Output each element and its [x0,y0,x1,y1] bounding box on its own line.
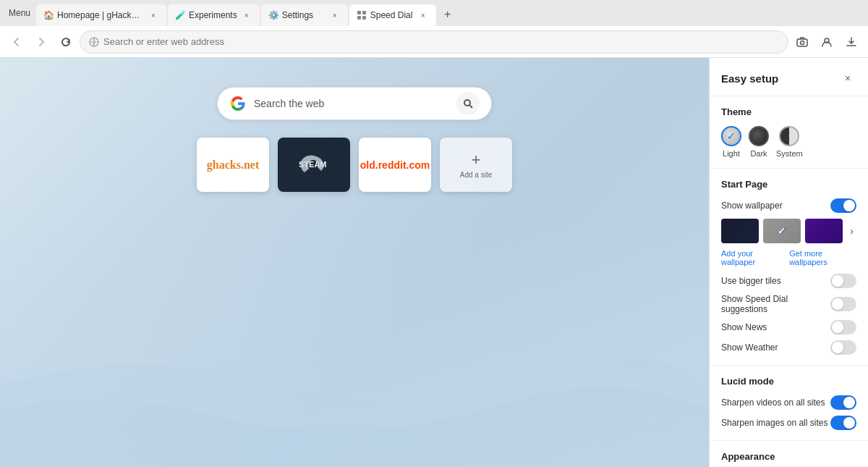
dial-tile-steam[interactable]: STEAM [278,138,350,192]
tab-experiments-title: Experiments [189,10,237,20]
dial-wrapper-steam: STEAM Welcome to Steam [278,138,350,192]
dial-tile-ghacks[interactable]: ghacks.net [197,138,269,192]
tab-experiments-favicon: 🧪 [175,10,185,20]
browser-viewport: Search the web ghacks.net Homepage | gHa… [0,58,709,467]
tab-speeddial[interactable]: Speed Dial × [349,4,436,26]
google-logo [229,95,247,112]
search-container[interactable]: Search the web [217,87,492,120]
show-weather-row: Show Weather [721,340,856,355]
tab-speeddial-title: Speed Dial [370,10,414,20]
tab-settings-close[interactable]: × [329,9,341,21]
tab-settings[interactable]: ⚙️ Settings × [261,4,348,26]
tab-speeddial-close[interactable]: × [417,9,429,21]
appearance-title: Appearance [721,451,856,462]
theme-options: ✓ Light Dark System [721,126,856,158]
svg-point-9 [801,41,804,44]
back-button[interactable] [6,31,27,53]
sharpen-images-row: Sharpen images on all sites [721,416,856,430]
tab-ghacks-title: Homepage | gHacks Tech... [57,10,144,20]
svg-line-12 [470,106,473,109]
svg-rect-5 [357,16,361,20]
reddit-tile-text: old.reddit.com [360,159,430,171]
show-news-label: Show News [721,322,830,332]
theme-section-title: Theme [721,106,856,117]
tab-ghacks[interactable]: 🏠 Homepage | gHacks Tech... × [36,4,166,26]
content-area: Search the web ghacks.net Homepage | gHa… [0,58,868,467]
theme-circle-light: ✓ [721,126,741,146]
speeddial-tab-icon [357,10,367,20]
tab-experiments[interactable]: 🧪 Experiments × [168,4,260,26]
add-tile-text: Add a site [460,171,492,179]
download-button[interactable] [841,31,862,53]
bigger-tiles-row: Use bigger tiles [721,274,856,288]
tab-settings-favicon: ⚙️ [268,10,278,20]
theme-circle-dark [749,126,769,146]
theme-option-dark[interactable]: Dark [749,126,769,158]
search-button[interactable] [456,92,480,115]
nav-bar [0,26,868,58]
svg-rect-4 [362,11,366,14]
more-wallpapers-link[interactable]: Get more wallpapers [789,249,856,266]
start-page-section: Start Page Show wallpaper ✓ › Add your w… [710,169,868,366]
theme-system-label: System [776,149,803,158]
ghacks-tile-text: ghacks.net [207,159,259,172]
bigger-tiles-toggle[interactable] [830,274,856,288]
show-wallpaper-label: Show wallpaper [721,201,830,211]
tab-ghacks-favicon: 🏠 [43,10,54,20]
wallpaper-thumb-purple[interactable] [805,219,843,243]
theme-option-system[interactable]: System [776,126,803,158]
theme-circle-system [779,126,799,146]
dial-wrapper-reddit: old.reddit.com old.reddit.com [359,138,431,192]
tab-bar: Menu 🏠 Homepage | gHacks Tech... × 🧪 Exp… [0,0,868,26]
svg-rect-6 [362,16,366,20]
show-news-toggle[interactable] [830,320,856,335]
menu-button[interactable]: Menu [3,0,35,26]
lucid-mode-section: Lucid mode Sharpen videos on all sites S… [710,366,868,441]
sharpen-images-toggle[interactable] [830,416,856,430]
add-tile-content: + Add a site [460,151,492,179]
easy-setup-panel: Easy setup × Theme ✓ Light Dark [709,58,868,467]
svg-rect-3 [357,11,361,14]
add-wallpaper-link[interactable]: Add your wallpaper [721,249,783,266]
profile-button[interactable] [816,31,838,53]
tab-ghacks-close[interactable]: × [148,9,159,21]
theme-section: Theme ✓ Light Dark [710,96,868,169]
dial-tile-reddit[interactable]: old.reddit.com [359,138,431,192]
show-weather-toggle[interactable] [830,340,856,355]
address-bar-icon [89,37,99,47]
dial-tile-add[interactable]: + Add a site [440,138,512,192]
tab-experiments-close[interactable]: × [241,9,252,21]
theme-option-light[interactable]: ✓ Light [721,126,741,158]
address-input[interactable] [103,36,779,47]
wallpaper-next-arrow[interactable]: › [847,219,856,243]
theme-dark-label: Dark [750,149,767,158]
wallpaper-actions: Add your wallpaper Get more wallpapers [721,249,856,266]
show-weather-label: Show Weather [721,342,830,353]
forward-button[interactable] [30,31,52,53]
start-page-title: Start Page [721,179,856,190]
speed-dial-suggestions-toggle[interactable] [830,297,856,311]
theme-light-check: ✓ [727,130,736,142]
speed-dial-suggestions-label: Show Speed Dial suggestions [721,294,830,314]
show-news-row: Show News [721,320,856,335]
reload-button[interactable] [55,31,77,53]
show-wallpaper-toggle[interactable] [830,198,856,213]
wallpaper-thumb-light[interactable]: ✓ [763,219,801,243]
menu-label: Menu [9,8,30,18]
sharpen-videos-label: Sharpen videos on all sites [721,397,830,408]
lucid-mode-title: Lucid mode [721,376,856,387]
sharpen-videos-toggle[interactable] [830,395,856,410]
camera-button[interactable] [791,31,813,53]
background-waves [0,222,709,467]
search-text: Search the web [254,98,449,109]
wallpaper-thumb-dark[interactable] [721,219,759,243]
add-tab-button[interactable]: + [438,4,458,25]
address-bar[interactable] [80,30,788,54]
tab-settings-title: Settings [282,10,326,20]
speed-dial-suggestions-row: Show Speed Dial suggestions [721,294,856,314]
speed-dial: ghacks.net Homepage | gHack... STEAM Wel… [197,138,512,192]
wallpaper-row: ✓ › [721,219,856,243]
setup-close-button[interactable]: × [839,70,856,87]
sharpen-videos-row: Sharpen videos on all sites [721,395,856,410]
dial-wrapper-add: + Add a site placeholder [440,138,512,192]
